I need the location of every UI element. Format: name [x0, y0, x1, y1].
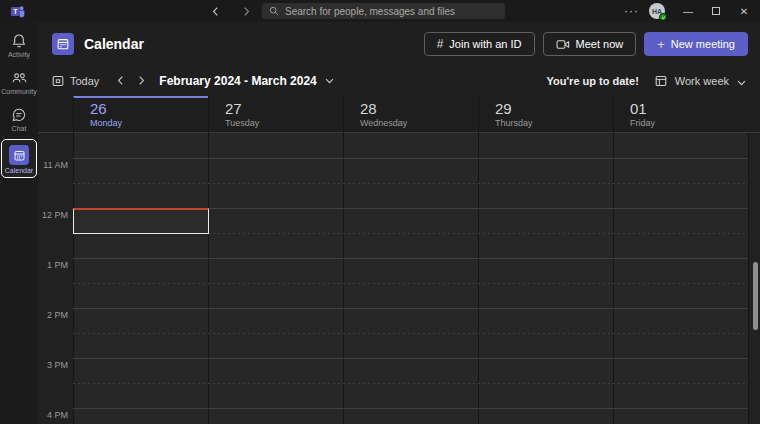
calendar-app-icon — [52, 33, 74, 55]
more-options-button[interactable]: ··· — [620, 4, 643, 18]
search-icon — [269, 6, 279, 16]
svg-text:T: T — [13, 8, 18, 15]
day-number: 27 — [225, 100, 343, 117]
hour-line — [73, 158, 748, 159]
sidebar-item-calendar[interactable]: Calendar — [1, 139, 37, 178]
close-button[interactable]: ✕ — [733, 0, 755, 22]
day-name: Thursday — [495, 118, 613, 128]
meet-now-button[interactable]: Meet now — [543, 32, 637, 56]
sidebar-item-chat[interactable]: Chat — [1, 102, 37, 135]
page-title: Calendar — [84, 36, 144, 52]
calendar-icon — [9, 145, 29, 165]
day-header-row: 26 Monday 27 Tuesday 28 Wednesday 29 Thu… — [38, 96, 760, 133]
meet-now-label: Meet now — [576, 38, 624, 50]
half-hour-line — [73, 283, 748, 284]
new-meeting-button[interactable]: + New meeting — [644, 32, 748, 56]
bell-icon — [11, 33, 27, 49]
search-input[interactable]: Search for people, messages and files — [262, 3, 505, 19]
calendar-grid[interactable]: 11 AM 12 PM 1 PM 2 PM 3 PM 4 PM — [38, 133, 760, 424]
day-number: 29 — [495, 100, 613, 117]
calendar-toolbar: Today February 2024 - March 2024 You're … — [38, 66, 760, 96]
today-button[interactable]: Today — [52, 75, 99, 87]
search-placeholder: Search for people, messages and files — [285, 6, 455, 17]
teams-window: T Search for people, messages and files … — [0, 0, 760, 424]
day-name: Friday — [630, 118, 748, 128]
date-range-label[interactable]: February 2024 - March 2024 — [159, 74, 316, 88]
app-rail: Activity Community Chat — [0, 22, 38, 424]
hour-line — [73, 358, 748, 359]
column-separator — [73, 133, 74, 424]
time-label: 1 PM — [38, 260, 68, 270]
time-label: 4 PM — [38, 410, 68, 420]
new-meeting-label: New meeting — [671, 38, 735, 50]
up-to-date-status: You're up to date! — [547, 75, 639, 87]
minimize-button[interactable]: — — [677, 0, 699, 22]
half-hour-line — [73, 183, 748, 184]
history-back-button[interactable] — [208, 3, 222, 19]
hash-icon: # — [437, 37, 444, 51]
today-label: Today — [70, 75, 99, 87]
day-number: 01 — [630, 100, 748, 117]
hour-line — [73, 258, 748, 259]
day-name: Tuesday — [225, 118, 343, 128]
day-header-monday[interactable]: 26 Monday — [73, 96, 208, 133]
column-separator — [748, 133, 749, 424]
sidebar-item-label: Chat — [12, 125, 27, 132]
column-separator — [208, 133, 209, 424]
hour-line — [73, 308, 748, 309]
calendar-page: Calendar # Join with an ID Meet now + Ne… — [38, 22, 760, 424]
day-header-wednesday[interactable]: 28 Wednesday — [343, 96, 478, 133]
day-header-friday[interactable]: 01 Friday — [613, 96, 748, 133]
selected-time-slot[interactable] — [73, 208, 209, 234]
sidebar-item-community[interactable]: Community — [1, 65, 37, 98]
prev-period-button[interactable] — [117, 72, 124, 90]
view-selector[interactable]: Work week — [675, 75, 729, 87]
plus-icon: + — [657, 37, 665, 52]
column-separator — [613, 133, 614, 424]
sidebar-item-label: Calendar — [5, 167, 33, 174]
column-separator — [478, 133, 479, 424]
history-forward-button[interactable] — [239, 3, 253, 19]
half-hour-line — [73, 333, 748, 334]
grid-columns-area — [73, 133, 748, 424]
day-header-tuesday[interactable]: 27 Tuesday — [208, 96, 343, 133]
join-with-id-button[interactable]: # Join with an ID — [424, 32, 535, 56]
calendar-today-icon — [52, 75, 64, 87]
day-header-thursday[interactable]: 29 Thursday — [478, 96, 613, 133]
time-label: 12 PM — [38, 210, 68, 220]
vertical-scrollbar[interactable] — [753, 262, 758, 330]
title-bar: T Search for people, messages and files … — [0, 0, 760, 22]
join-with-id-label: Join with an ID — [449, 38, 521, 50]
maximize-button[interactable] — [705, 0, 727, 22]
work-week-icon — [655, 75, 667, 87]
time-label: 11 AM — [38, 160, 68, 170]
next-period-button[interactable] — [138, 72, 145, 90]
avatar[interactable]: HA — [649, 3, 665, 19]
people-icon — [11, 70, 28, 86]
day-number: 28 — [360, 100, 478, 117]
sidebar-item-label: Activity — [8, 51, 30, 58]
video-camera-icon — [556, 39, 570, 50]
maximize-icon — [712, 7, 720, 15]
sidebar-item-label: Community — [1, 88, 36, 95]
hour-line — [73, 408, 748, 409]
date-range-caret-icon[interactable] — [325, 78, 334, 84]
chat-bubble-icon — [11, 107, 27, 123]
time-label: 2 PM — [38, 310, 68, 320]
page-header: Calendar # Join with an ID Meet now + Ne… — [38, 22, 760, 66]
column-separator — [343, 133, 344, 424]
teams-logo-icon: T — [10, 4, 25, 19]
day-number: 26 — [90, 100, 208, 117]
day-name: Monday — [90, 118, 208, 128]
presence-available-icon — [659, 13, 667, 21]
view-caret-icon[interactable] — [737, 72, 746, 90]
time-label: 3 PM — [38, 360, 68, 370]
day-name: Wednesday — [360, 118, 478, 128]
sidebar-item-activity[interactable]: Activity — [1, 28, 37, 61]
half-hour-line — [73, 383, 748, 384]
